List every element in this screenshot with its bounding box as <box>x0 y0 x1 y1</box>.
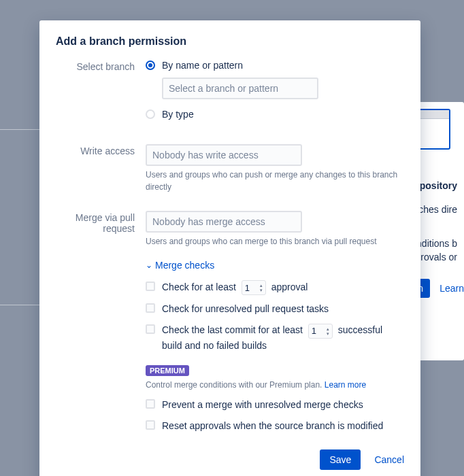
merge-access-input[interactable] <box>146 211 302 233</box>
stepper-arrows-icon: ▴▾ <box>260 283 263 292</box>
select-branch-label: Select branch <box>56 60 146 126</box>
stepper-arrows-icon: ▴▾ <box>327 326 329 336</box>
radio-icon <box>146 109 155 119</box>
merge-checks-title: Merge checks <box>155 260 214 271</box>
checkbox-label: Reset approvals when the source branch i… <box>162 419 404 433</box>
checkbox-reset-approvals[interactable] <box>146 420 155 430</box>
radio-icon <box>146 61 155 70</box>
write-access-help: Users and groups who can push or merge a… <box>146 169 404 193</box>
modal-title: Add a branch permission <box>56 35 404 48</box>
merge-checks-toggle[interactable]: ⌄ Merge checks <box>146 260 404 271</box>
bg-divider <box>0 129 41 130</box>
checkbox-min-approvals[interactable] <box>146 282 155 291</box>
checkbox-prevent-merge[interactable] <box>146 399 155 409</box>
checkbox-label: Check for unresolved pull request tasks <box>162 302 404 316</box>
checkbox-label: Check the last commit for at least 1 ▴▾ … <box>162 323 404 352</box>
branch-permission-modal: Add a branch permission Select branch By… <box>39 20 420 476</box>
approvals-stepper[interactable]: 1 ▴▾ <box>242 280 266 295</box>
branch-pattern-input[interactable] <box>162 78 318 99</box>
cancel-button[interactable]: Cancel <box>374 454 404 465</box>
chevron-down-icon: ⌄ <box>146 260 152 270</box>
radio-label: By name or pattern <box>162 60 243 71</box>
checkbox-builds[interactable] <box>146 324 155 334</box>
learn-more-link[interactable]: Learn more <box>325 380 366 390</box>
save-button[interactable]: Save <box>320 449 361 470</box>
radio-by-type[interactable]: By type <box>146 109 404 120</box>
merge-pr-help: Users and groups who can merge to this b… <box>146 235 404 248</box>
premium-badge: PREMIUM <box>146 365 189 376</box>
checkbox-label: Check for at least 1 ▴▾ approval <box>162 280 404 295</box>
merge-pr-label: Merge via pull request <box>56 211 146 440</box>
bg-illustration <box>416 109 450 150</box>
builds-stepper[interactable]: 1 ▴▾ <box>308 324 333 339</box>
radio-label: By type <box>162 109 194 120</box>
checkbox-label: Prevent a merge with unresolved merge ch… <box>162 398 404 412</box>
premium-text: Control merge conditions with our Premiu… <box>146 380 404 390</box>
bg-link: Learn <box>440 283 464 294</box>
write-access-input[interactable] <box>146 144 302 166</box>
radio-by-pattern[interactable]: By name or pattern <box>146 60 404 71</box>
bg-heading: epository <box>414 180 457 191</box>
write-access-label: Write access <box>56 144 146 193</box>
bg-divider <box>0 305 41 305</box>
bg-text: provals or <box>416 252 457 262</box>
checkbox-unresolved-tasks[interactable] <box>146 303 155 313</box>
